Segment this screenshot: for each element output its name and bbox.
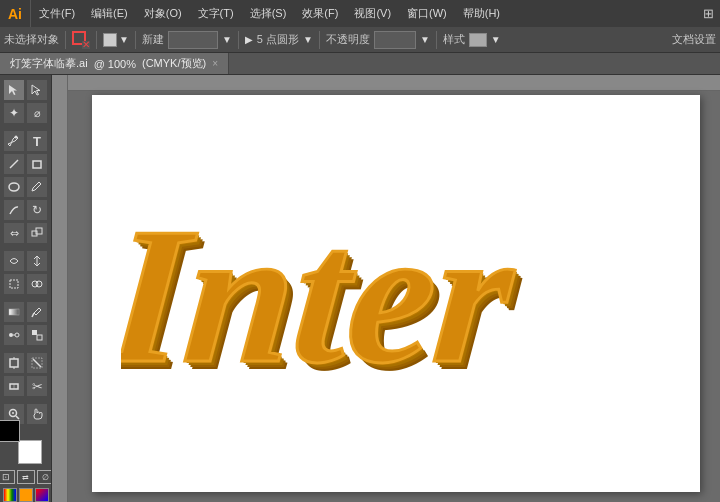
menu-view[interactable]: 视图(V) (346, 0, 399, 27)
fill-selector[interactable]: ▼ (103, 33, 129, 47)
swatch-stack[interactable] (8, 430, 44, 466)
title-bar: Ai 文件(F) 编辑(E) 对象(O) 文字(T) 选择(S) 效果(F) 视… (0, 0, 720, 27)
svg-point-0 (15, 136, 18, 139)
reset-colors-icon[interactable]: ⊡ (0, 470, 15, 484)
color-pattern-icon[interactable] (35, 488, 49, 502)
menu-select[interactable]: 选择(S) (242, 0, 295, 27)
slice-tool[interactable] (26, 352, 48, 374)
color-area: ⊡ ⇄ ∅ (0, 426, 52, 502)
line-tool[interactable] (3, 153, 25, 175)
doc-tab-close[interactable]: × (212, 58, 218, 69)
lasso-tool[interactable]: ⌀ (26, 102, 48, 124)
rect-tool[interactable] (26, 153, 48, 175)
point-label: ▶ (245, 34, 253, 45)
opacity-input[interactable]: 100% (374, 31, 416, 49)
paintbrush-tool[interactable] (26, 176, 48, 198)
opacity-dropdown-arrow[interactable]: ▼ (420, 34, 430, 45)
swap-colors-icon[interactable]: ⇄ (17, 470, 35, 484)
separator-2 (96, 31, 97, 49)
separator-3 (135, 31, 136, 49)
none-color-icon[interactable]: ∅ (37, 470, 53, 484)
scissors-tool[interactable]: ✂ (26, 375, 48, 397)
svg-rect-15 (37, 335, 42, 340)
tool-row-8 (3, 250, 48, 272)
doc-tab-label: 灯笼字体临摹.ai (10, 56, 88, 71)
brush-label: 5 点圆形 (257, 32, 299, 47)
style-dropdown-arrow[interactable]: ▼ (491, 34, 501, 45)
svg-rect-6 (10, 280, 18, 288)
menu-object[interactable]: 对象(O) (136, 0, 190, 27)
grid-icon[interactable]: ⊞ (703, 6, 714, 21)
type-tool[interactable]: T (26, 130, 48, 152)
rotate-tool[interactable]: ↻ (26, 199, 48, 221)
svg-rect-16 (10, 359, 18, 367)
svg-point-11 (9, 333, 13, 337)
color-solid-icon[interactable] (19, 488, 33, 502)
fill-dropdown-arrow[interactable]: ▼ (119, 34, 129, 45)
eyedropper-tool[interactable] (26, 301, 48, 323)
color-mode-icons: ⊡ ⇄ ∅ (0, 470, 52, 484)
opacity-label: 不透明度 (326, 32, 370, 47)
doc-settings-btn[interactable]: 文档设置 (672, 32, 716, 47)
gradient-tool[interactable] (3, 301, 25, 323)
tool-row-2: ✦ ⌀ (3, 102, 48, 124)
eraser-tool[interactable] (3, 375, 25, 397)
brush-dropdown-arrow[interactable]: ▼ (303, 34, 313, 45)
tool-row-12 (3, 352, 48, 374)
scale-tool[interactable] (26, 222, 48, 244)
background-color-swatch[interactable] (18, 440, 42, 464)
tool-row-7: ⇔ (3, 222, 48, 244)
live-paint-tool[interactable] (26, 324, 48, 346)
menu-help[interactable]: 帮助(H) (455, 0, 508, 27)
new-label: 新建 (142, 32, 164, 47)
warp-tool[interactable] (3, 250, 25, 272)
svg-text:Inter: Inter (121, 187, 523, 403)
svg-line-1 (10, 160, 18, 168)
stroke-selector[interactable]: ✕ (72, 31, 90, 49)
main-area: ✦ ⌀ T (0, 75, 720, 502)
separator-1 (65, 31, 66, 49)
vertical-ruler (52, 75, 68, 502)
style-preview[interactable] (469, 33, 487, 47)
shape-builder-tool[interactable] (26, 273, 48, 295)
svg-line-19 (33, 359, 41, 367)
menu-effect[interactable]: 效果(F) (294, 0, 346, 27)
menu-type[interactable]: 文字(T) (190, 0, 242, 27)
toolbar: ✦ ⌀ T (0, 75, 52, 502)
horizontal-ruler (52, 75, 720, 91)
ellipse-tool[interactable] (3, 176, 25, 198)
lettering-artwork: Inter Inter Inter Inter Inter Inter (121, 154, 671, 434)
magic-wand-tool[interactable]: ✦ (3, 102, 25, 124)
doc-tab-mode: (CMYK/预览) (142, 56, 206, 71)
stroke-weight-input[interactable] (168, 31, 218, 49)
reflect-tool[interactable]: ⇔ (3, 222, 25, 244)
svg-rect-9 (9, 309, 19, 315)
tool-row-10 (3, 301, 48, 323)
pen-tool[interactable] (3, 130, 25, 152)
menu-window[interactable]: 窗口(W) (399, 0, 455, 27)
direct-select-tool[interactable] (26, 79, 48, 101)
free-transform-tool[interactable] (3, 273, 25, 295)
menu-file[interactable]: 文件(F) (31, 0, 83, 27)
selection-tool[interactable] (3, 79, 25, 101)
pencil-tool[interactable] (3, 199, 25, 221)
foreground-color-swatch[interactable] (0, 420, 20, 442)
svg-point-8 (36, 281, 42, 287)
menu-edit[interactable]: 编辑(E) (83, 0, 136, 27)
doc-tab[interactable]: 灯笼字体临摹.ai @ 100% (CMYK/预览) × (0, 53, 229, 74)
width-tool[interactable] (26, 250, 48, 272)
artboard-tool[interactable] (3, 352, 25, 374)
tool-row-6: ↻ (3, 199, 48, 221)
document-canvas[interactable]: Inter Inter Inter Inter Inter Inter (92, 95, 700, 492)
color-gradient-icon[interactable] (3, 488, 17, 502)
svg-rect-14 (32, 330, 37, 335)
stroke-dropdown-arrow[interactable]: ▼ (222, 34, 232, 45)
tool-row-1 (3, 79, 48, 101)
blend-tool[interactable] (3, 324, 25, 346)
hand-tool[interactable] (26, 403, 48, 425)
doc-tab-bar: 灯笼字体临摹.ai @ 100% (CMYK/预览) × (0, 53, 720, 75)
app-logo: Ai (0, 0, 31, 27)
svg-point-3 (9, 183, 19, 191)
svg-line-24 (16, 416, 19, 419)
color-type-row (3, 488, 49, 502)
